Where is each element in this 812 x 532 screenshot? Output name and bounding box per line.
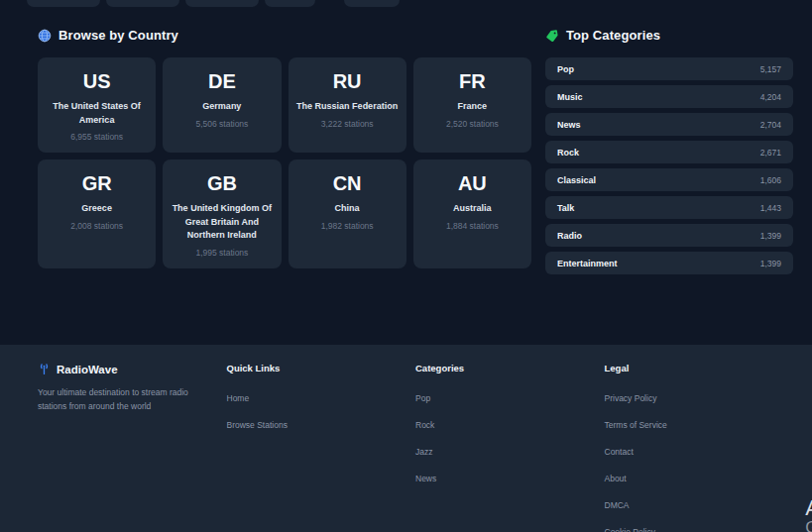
brand-name: RadioWave bbox=[57, 364, 118, 375]
category-row-classical[interactable]: Classical 1,606 bbox=[545, 168, 793, 191]
category-list: Pop 5,157 Music 4,204 News 2,704 Rock 2,… bbox=[545, 57, 793, 274]
category-row-talk[interactable]: Talk 1,443 bbox=[545, 196, 793, 219]
category-label: Talk bbox=[557, 203, 574, 213]
country-card-au[interactable]: AU Australia 1,884 stations bbox=[413, 160, 531, 268]
footer: RadioWave Your ultimate destination to s… bbox=[0, 345, 812, 532]
footer-link-about[interactable]: About bbox=[605, 474, 627, 483]
country-card-cn[interactable]: CN China 1,982 stations bbox=[289, 160, 406, 268]
category-count: 1,399 bbox=[760, 259, 781, 268]
country-name: China bbox=[296, 202, 399, 216]
top-categories-title: Top Categories bbox=[566, 28, 660, 43]
brand-row: RadioWave bbox=[38, 363, 227, 375]
brand-tagline: Your ultimate destination to stream radi… bbox=[38, 385, 211, 414]
country-code: FR bbox=[421, 70, 523, 93]
footer-link-browse-stations[interactable]: Browse Stations bbox=[227, 420, 288, 430]
browse-by-country-header: Browse by Country bbox=[38, 28, 531, 43]
cutoff-chip[interactable] bbox=[344, 0, 400, 7]
legal-title: Legal bbox=[605, 363, 794, 373]
footer-link-rock[interactable]: Rock bbox=[415, 420, 434, 430]
cutoff-chip[interactable] bbox=[27, 0, 100, 7]
radio-broadcast-icon bbox=[38, 363, 51, 375]
cutoff-chip[interactable] bbox=[106, 0, 179, 7]
category-label: News bbox=[557, 120, 581, 130]
footer-categories-column: Categories Pop Rock Jazz News bbox=[415, 363, 605, 532]
country-code: DE bbox=[171, 70, 273, 93]
category-label: Music bbox=[557, 92, 583, 102]
footer-link-news[interactable]: News bbox=[415, 474, 436, 483]
cutoff-chip[interactable] bbox=[265, 0, 315, 7]
top-categories-header: Top Categories bbox=[545, 28, 793, 43]
country-code: US bbox=[46, 70, 148, 93]
country-name: The Russian Federation bbox=[296, 100, 399, 114]
footer-link-terms-of-service[interactable]: Terms of Service bbox=[605, 420, 667, 430]
category-label: Classical bbox=[557, 175, 596, 185]
footer-grid: RadioWave Your ultimate destination to s… bbox=[38, 363, 793, 532]
country-card-ru[interactable]: RU The Russian Federation 3,222 stations bbox=[289, 57, 406, 153]
cutoff-letter-a: A bbox=[805, 496, 812, 519]
globe-icon bbox=[38, 29, 52, 43]
country-card-de[interactable]: DE Germany 5,506 stations bbox=[163, 57, 281, 153]
country-name: The United Kingdom Of Great Britain And … bbox=[171, 202, 273, 243]
category-row-pop[interactable]: Pop 5,157 bbox=[545, 57, 793, 80]
quicklinks-title: Quick Links bbox=[227, 363, 416, 373]
categories-title: Categories bbox=[415, 363, 605, 373]
country-station-count: 3,222 stations bbox=[296, 119, 399, 129]
cutoff-chip-row bbox=[27, 0, 400, 7]
category-row-entertainment[interactable]: Entertainment 1,399 bbox=[545, 252, 793, 274]
category-count: 5,157 bbox=[760, 64, 781, 74]
category-count: 1,399 bbox=[760, 231, 781, 241]
category-row-music[interactable]: Music 4,204 bbox=[545, 85, 793, 108]
category-row-rock[interactable]: Rock 2,671 bbox=[545, 141, 793, 163]
footer-link-jazz[interactable]: Jazz bbox=[415, 447, 432, 457]
country-name: Australia bbox=[421, 202, 523, 216]
country-station-count: 1,982 stations bbox=[296, 221, 399, 231]
footer-link-cookie-policy[interactable]: Cookie Policy bbox=[605, 527, 656, 532]
country-code: GB bbox=[171, 172, 273, 195]
category-label: Radio bbox=[557, 231, 582, 241]
footer-quicklinks-column: Quick Links Home Browse Stations bbox=[227, 363, 416, 532]
cutoff-corner-overlay: A G bbox=[805, 496, 812, 532]
cutoff-letter-g: G bbox=[805, 519, 812, 532]
category-count: 2,671 bbox=[760, 148, 781, 158]
category-label: Pop bbox=[557, 64, 574, 74]
category-count: 1,443 bbox=[760, 203, 781, 213]
country-card-fr[interactable]: FR France 2,520 stations bbox=[413, 57, 531, 153]
footer-link-pop[interactable]: Pop bbox=[415, 393, 430, 403]
country-name: The United States Of America bbox=[46, 100, 148, 127]
country-code: GR bbox=[46, 172, 148, 195]
country-card-gb[interactable]: GB The United Kingdom Of Great Britain A… bbox=[163, 160, 281, 268]
browse-by-country-section: Browse by Country US The United States O… bbox=[38, 28, 531, 345]
country-station-count: 2,008 stations bbox=[46, 221, 148, 231]
country-station-count: 6,955 stations bbox=[46, 132, 148, 142]
country-station-count: 2,520 stations bbox=[421, 119, 523, 129]
country-station-count: 1,884 stations bbox=[421, 221, 523, 231]
country-grid: US The United States Of America 6,955 st… bbox=[38, 57, 531, 268]
country-name: Germany bbox=[171, 100, 273, 114]
country-code: CN bbox=[296, 172, 399, 195]
category-count: 2,704 bbox=[760, 120, 781, 130]
category-row-news[interactable]: News 2,704 bbox=[545, 113, 793, 136]
category-label: Rock bbox=[557, 148, 579, 158]
country-code: AU bbox=[421, 172, 523, 195]
tag-icon bbox=[545, 29, 559, 43]
footer-brand-column: RadioWave Your ultimate destination to s… bbox=[38, 363, 227, 532]
country-station-count: 1,995 stations bbox=[171, 248, 273, 258]
country-card-us[interactable]: US The United States Of America 6,955 st… bbox=[38, 57, 156, 153]
browse-by-country-title: Browse by Country bbox=[58, 28, 178, 43]
footer-legal-column: Legal Privacy Policy Terms of Service Co… bbox=[605, 363, 794, 532]
country-card-gr[interactable]: GR Greece 2,008 stations bbox=[38, 160, 156, 268]
footer-link-dmca[interactable]: DMCA bbox=[605, 500, 630, 510]
country-code: RU bbox=[296, 70, 399, 93]
top-categories-section: Top Categories Pop 5,157 Music 4,204 New… bbox=[545, 28, 793, 345]
country-name: Greece bbox=[46, 202, 148, 216]
country-station-count: 5,506 stations bbox=[171, 119, 273, 129]
category-label: Entertainment bbox=[557, 259, 618, 268]
footer-link-home[interactable]: Home bbox=[227, 393, 250, 403]
category-row-radio[interactable]: Radio 1,399 bbox=[545, 224, 793, 247]
category-count: 1,606 bbox=[760, 175, 781, 185]
main-content: Browse by Country US The United States O… bbox=[0, 0, 812, 345]
country-name: France bbox=[421, 100, 523, 114]
footer-link-privacy-policy[interactable]: Privacy Policy bbox=[605, 393, 657, 403]
cutoff-chip[interactable] bbox=[185, 0, 259, 7]
footer-link-contact[interactable]: Contact bbox=[605, 447, 634, 457]
